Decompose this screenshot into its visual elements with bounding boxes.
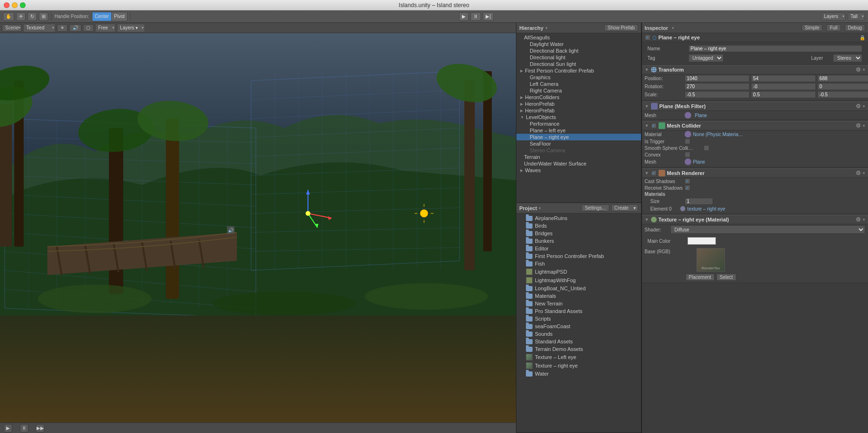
- step-button[interactable]: ▶▶: [36, 424, 45, 433]
- scene-fx-button[interactable]: ☀: [57, 24, 68, 32]
- hierarchy-item-graphics[interactable]: Graphics: [516, 74, 641, 81]
- receive-shadows-checkbox[interactable]: [685, 185, 690, 191]
- mesh-filter-gear-icon[interactable]: ⚙: [856, 103, 861, 110]
- layer-dropdown[interactable]: Stereo Default: [833, 54, 862, 62]
- pause-button[interactable]: ⏸: [20, 424, 28, 433]
- placement-button[interactable]: Placement: [686, 274, 714, 281]
- project-item-airplaneruins[interactable]: AirplaneRuins: [516, 214, 641, 222]
- lock-icon[interactable]: 🔒: [859, 35, 865, 40]
- convex-checkbox[interactable]: [685, 152, 690, 157]
- texture-material-menu-button[interactable]: ▾: [863, 217, 865, 222]
- hierarchy-item-planerighteye[interactable]: Plane – right eye: [516, 134, 641, 140]
- hierarchy-item-underwater[interactable]: UnderWater Water Surface: [516, 160, 641, 167]
- pause-button[interactable]: ⏸: [470, 12, 481, 21]
- position-z-input[interactable]: [817, 75, 868, 82]
- hierarchy-item-rightcamera[interactable]: Right Camera: [516, 87, 641, 94]
- hierarchy-item-dirlight[interactable]: Directional light: [516, 54, 641, 61]
- project-item-texturelefteye[interactable]: Texture – Left eye: [516, 353, 641, 361]
- project-item-seafoamcoast[interactable]: seaFoamCoast: [516, 322, 641, 330]
- hierarchy-item-performance[interactable]: Performance: [516, 120, 641, 127]
- scale-z-input[interactable]: [817, 91, 868, 98]
- play-button[interactable]: ▶: [459, 12, 469, 21]
- inspector-full-btn[interactable]: Full: [826, 24, 841, 31]
- hierarchy-item-waves[interactable]: ▶ Waves: [516, 167, 641, 174]
- scale-y-input[interactable]: [751, 91, 816, 98]
- project-item-editor[interactable]: Editor: [516, 245, 641, 252]
- minimize-button[interactable]: [12, 2, 18, 8]
- create-button[interactable]: Create: [611, 204, 632, 212]
- hierarchy-item-heroncolliders[interactable]: ▶ HeronColliders: [516, 94, 641, 101]
- smooth-sphere-checkbox[interactable]: [704, 145, 709, 151]
- project-item-longboat[interactable]: LongBoat_NC_Untied: [516, 285, 641, 292]
- mesh-renderer-menu-button[interactable]: ▾: [863, 171, 865, 175]
- mesh-filter-menu-button[interactable]: ▾: [863, 104, 865, 109]
- project-item-fish[interactable]: Fish: [516, 260, 641, 267]
- hierarchy-item-dirsunlight[interactable]: Directional Sun light: [516, 61, 641, 67]
- project-item-scripts[interactable]: Scripts: [516, 315, 641, 322]
- mesh-renderer-enabled-checkbox[interactable]: [651, 170, 657, 176]
- is-trigger-checkbox[interactable]: [685, 138, 690, 144]
- mesh-renderer-gear-icon[interactable]: ⚙: [856, 170, 861, 176]
- scene-audio-button[interactable]: 🔊: [69, 24, 81, 32]
- project-item-sounds[interactable]: Sounds: [516, 330, 641, 338]
- main-color-swatch[interactable]: [687, 237, 716, 245]
- position-y-input[interactable]: [751, 75, 816, 82]
- project-item-newterrain[interactable]: New Terrain: [516, 300, 641, 307]
- tag-dropdown[interactable]: Untagged: [688, 54, 723, 62]
- show-prefab-button[interactable]: Show Prefab: [604, 24, 638, 31]
- hierarchy-item-dirbacklight[interactable]: Directional Back light: [516, 47, 641, 54]
- hierarchy-item-heronprefab1[interactable]: ▶ HeronPrefab: [516, 101, 641, 107]
- render-mode-dropdown[interactable]: Textured Wireframe: [23, 24, 55, 32]
- position-x-input[interactable]: [685, 75, 750, 82]
- mesh-collider-gear-icon[interactable]: ⚙: [856, 122, 861, 129]
- rotate-tool-button[interactable]: ↻: [27, 12, 37, 21]
- hand-tool-button[interactable]: ✋: [3, 12, 14, 21]
- scene-tab-button[interactable]: Scene: [2, 24, 22, 32]
- hierarchy-item-planelefteye[interactable]: Plane – left eye: [516, 127, 641, 134]
- scene-layers-dropdown[interactable]: Layers ▾: [117, 24, 145, 32]
- pivot-button[interactable]: Pivot: [111, 12, 127, 21]
- hierarchy-item-fpcp[interactable]: ▶ First Person Controller Prefab: [516, 67, 641, 74]
- mesh-collider-menu-button[interactable]: ▾: [863, 123, 865, 128]
- rotation-y-input[interactable]: [751, 83, 816, 90]
- hierarchy-item-daylightwater[interactable]: Daylight Water: [516, 41, 641, 47]
- close-button[interactable]: [4, 2, 9, 8]
- scale-x-input[interactable]: [685, 91, 750, 98]
- object-enabled-checkbox[interactable]: [645, 35, 651, 40]
- scale-tool-button[interactable]: ⊞: [39, 12, 48, 21]
- hierarchy-item-allseagulls[interactable]: AllSeagulls: [516, 34, 641, 41]
- transform-menu-button[interactable]: ▾: [863, 67, 865, 72]
- project-item-lightmapwithfog[interactable]: LightmapWithFog: [516, 276, 641, 285]
- create-dropdown-button[interactable]: ▾: [632, 204, 638, 212]
- project-item-bridges[interactable]: Bridges: [516, 230, 641, 237]
- project-item-water[interactable]: Water: [516, 370, 641, 378]
- name-input[interactable]: [688, 45, 862, 52]
- hierarchy-item-terrain[interactable]: Terrain: [516, 154, 641, 160]
- cast-shadows-checkbox[interactable]: [685, 178, 690, 184]
- layout-dropdown[interactable]: Tall: [848, 12, 865, 21]
- play-button[interactable]: ▶: [4, 424, 12, 433]
- scene-viewport[interactable]: 🔊: [0, 33, 516, 423]
- project-item-lightmappsd[interactable]: LightmapPSD: [516, 267, 641, 276]
- project-item-fpcp[interactable]: First Person Controller Prefab: [516, 252, 641, 260]
- camera-mode-dropdown[interactable]: Free Orbit: [95, 24, 116, 32]
- hierarchy-item-seafloor[interactable]: SeaFloor: [516, 140, 641, 147]
- layers-dropdown[interactable]: Layers: [821, 12, 846, 21]
- project-settings-button[interactable]: Settings...: [581, 204, 609, 212]
- select-button[interactable]: Select: [716, 274, 736, 281]
- inspector-simple-btn[interactable]: Simple: [802, 24, 823, 31]
- hierarchy-item-heronprefab2[interactable]: ▶ HeronPrefab: [516, 107, 641, 114]
- maximize-button[interactable]: [20, 2, 26, 8]
- transform-gear-icon[interactable]: ⚙: [856, 66, 861, 73]
- project-item-texturerighteye[interactable]: Texture – right eye: [516, 361, 641, 370]
- project-item-terraindemoassets[interactable]: Terrain Demo Assets: [516, 345, 641, 353]
- project-item-materials[interactable]: Materials: [516, 292, 641, 300]
- rotation-x-input[interactable]: [685, 83, 750, 90]
- shader-dropdown[interactable]: Diffuse Specular Bumped Diffuse: [670, 225, 865, 234]
- step-button[interactable]: ▶|: [483, 12, 494, 21]
- rotation-z-input[interactable]: [817, 83, 868, 90]
- project-item-birds[interactable]: Birds: [516, 222, 641, 230]
- mesh-collider-enabled-checkbox[interactable]: [651, 123, 657, 129]
- center-button[interactable]: Center: [92, 12, 111, 21]
- project-item-prostandardassets[interactable]: Pro Standard Assets: [516, 307, 641, 315]
